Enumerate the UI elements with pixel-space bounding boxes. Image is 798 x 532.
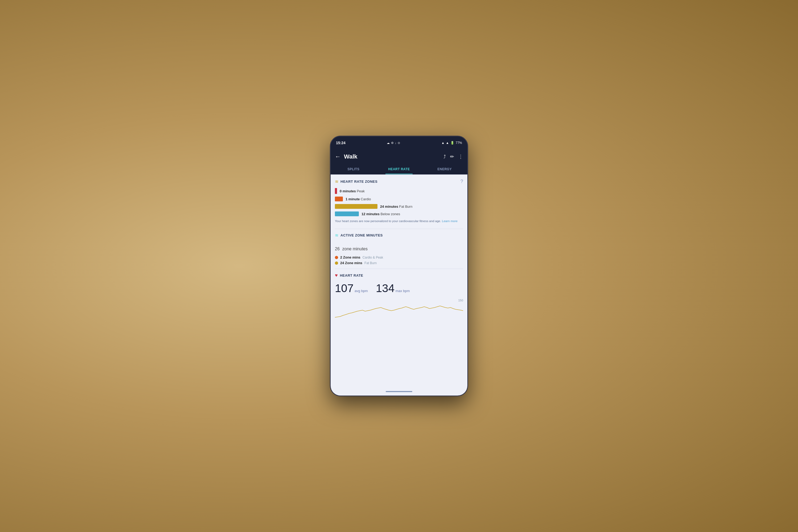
zone-below-bar (335, 211, 359, 216)
battery-percent: 77% (456, 141, 462, 145)
azm-fatburn-dot (335, 262, 338, 265)
bottom-bar (331, 387, 467, 396)
hr-zones-label: HEART RATE ZONES (341, 179, 458, 184)
zone-below-text: 12 minutes Below zones (361, 212, 400, 216)
divider-1 (335, 229, 463, 229)
phone-wrapper: 15:24 ☁ ⚙ ↓ ⊙ ▲ ▲ 🔋 77% ← Walk ⤴ ✏ ⋮ (330, 136, 468, 396)
status-right: ▲ ▲ 🔋 77% (441, 141, 462, 145)
max-bpm-stat: 134 max bpm (376, 282, 410, 295)
hr-zones-title-row: ≋ HEART RATE ZONES ? (335, 179, 463, 184)
heart-icon: ♥ (335, 273, 338, 278)
max-bpm-label: max bpm (396, 289, 410, 293)
tab-heart-rate[interactable]: HEART RATE (376, 164, 422, 174)
avg-bpm-label: avg bpm (355, 289, 368, 293)
signal-icon: ▲ (446, 141, 449, 145)
zone-cardio-bar (335, 196, 343, 201)
zone-fatburn-bar (335, 204, 377, 209)
share-button[interactable]: ⤴ (443, 154, 446, 159)
azm-total: 26 zone minutes (335, 242, 463, 253)
hr-stats: 107 avg bpm 134 max bpm (335, 282, 463, 295)
tab-splits[interactable]: SPLITS (331, 164, 376, 174)
page-title: Walk (344, 153, 440, 160)
avg-bpm-stat: 107 avg bpm (335, 282, 368, 295)
status-bar: 15:24 ☁ ⚙ ↓ ⊙ ▲ ▲ 🔋 77% (331, 136, 467, 149)
phone: 15:24 ☁ ⚙ ↓ ⊙ ▲ ▲ 🔋 77% ← Walk ⤴ ✏ ⋮ (330, 136, 468, 396)
zone-fatburn: 24 minutes Fat Burn (335, 204, 463, 209)
camera-icon: ⊙ (398, 141, 400, 145)
nav-actions: ⤴ ✏ ⋮ (443, 154, 463, 159)
hr-section: ♥ HEART RATE 107 avg bpm 134 max bpm 150 (335, 273, 463, 319)
azm-section: ≋ ACTIVE ZONE MINUTES 26 zone minutes 2 … (335, 233, 463, 265)
zone-fatburn-text: 24 minutes Fat Burn (380, 205, 412, 209)
status-time: 15:24 (336, 141, 345, 145)
azm-title-row: ≋ ACTIVE ZONE MINUTES (335, 233, 463, 238)
zone-cardio: 1 minute Cardio (335, 196, 463, 201)
back-button[interactable]: ← (335, 153, 341, 160)
tabs: SPLITS HEART RATE ENERGY (331, 164, 467, 174)
status-icons: ☁ ⚙ ↓ ⊙ (387, 141, 400, 145)
more-button[interactable]: ⋮ (458, 154, 463, 159)
max-bpm-value: 134 (376, 282, 395, 295)
top-nav: ← Walk ⤴ ✏ ⋮ (331, 149, 467, 164)
hr-chart: 150 (335, 298, 463, 319)
wifi-icon: ▲ (441, 141, 444, 145)
zone-cardio-text: 1 minute Cardio (345, 197, 371, 201)
home-indicator (386, 391, 412, 392)
divider-2 (335, 269, 463, 269)
sync-icon: ⚙ (391, 141, 394, 145)
cloud-icon: ☁ (387, 141, 390, 145)
download-icon: ↓ (395, 141, 397, 145)
hr-zones-section: ≋ HEART RATE ZONES ? 0 minutes Peak 1 mi… (335, 179, 463, 224)
tab-energy[interactable]: ENERGY (422, 164, 467, 174)
edit-button[interactable]: ✏ (450, 154, 454, 159)
content-area: ≋ HEART RATE ZONES ? 0 minutes Peak 1 mi… (331, 174, 467, 387)
battery-icon: 🔋 (450, 141, 454, 145)
zone-below: 12 minutes Below zones (335, 211, 463, 216)
learn-more-link[interactable]: Learn more (442, 220, 457, 223)
hr-zones-help-button[interactable]: ? (460, 179, 463, 184)
zones-note: Your heart zones are now personalized to… (335, 219, 463, 224)
zone-peak: 0 minutes Peak (335, 188, 463, 194)
hr-section-label: HEART RATE (340, 273, 463, 278)
hr-chart-svg (335, 298, 463, 319)
azm-icon: ≋ (335, 233, 338, 238)
azm-cardio-peak: 2 Zone mins Cardio & Peak (335, 255, 463, 259)
azm-label: ACTIVE ZONE MINUTES (341, 233, 463, 237)
chart-ref-value: 150 (458, 299, 463, 302)
hr-section-title-row: ♥ HEART RATE (335, 273, 463, 278)
avg-bpm-value: 107 (335, 282, 354, 295)
zone-peak-indicator (335, 188, 337, 194)
azm-cardio-dot (335, 256, 338, 259)
azm-fatburn: 24 Zone mins Fat Burn (335, 261, 463, 265)
hr-zones-icon: ≋ (335, 179, 338, 184)
zone-peak-text: 0 minutes Peak (340, 189, 365, 193)
